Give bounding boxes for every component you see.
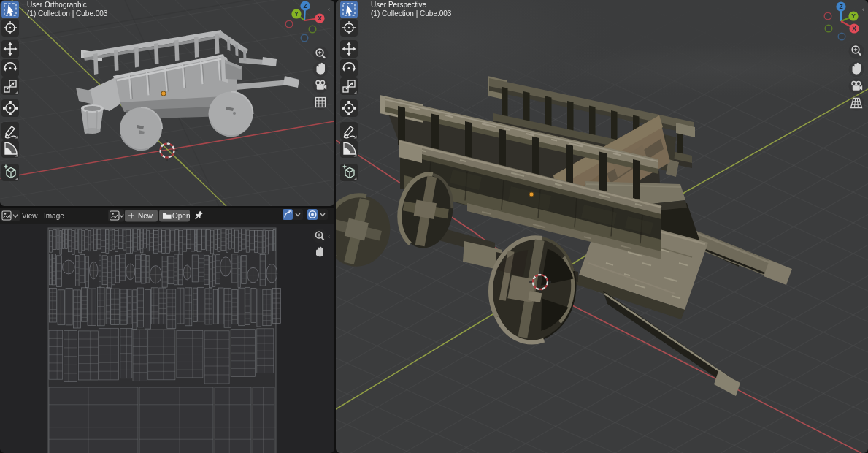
svg-text:User Orthographic: User Orthographic <box>27 1 87 9</box>
svg-text:Y: Y <box>851 12 856 20</box>
svg-text:X: X <box>852 25 856 32</box>
svg-text:‹: ‹ <box>328 233 330 240</box>
svg-text:Open: Open <box>172 212 190 220</box>
svg-text:Z: Z <box>303 2 307 9</box>
svg-text:View: View <box>22 212 38 220</box>
svg-text:X: X <box>318 15 322 22</box>
svg-text:New: New <box>138 212 153 220</box>
svg-text:Z: Z <box>839 3 842 10</box>
svg-text:(1) Collection | Cube.003: (1) Collection | Cube.003 <box>27 9 108 18</box>
svg-text:Image: Image <box>44 212 64 220</box>
svg-text:Y: Y <box>294 10 299 18</box>
svg-text:‹: ‹ <box>862 6 864 13</box>
svg-text:(1) Collection | Cube.003: (1) Collection | Cube.003 <box>371 9 452 18</box>
svg-text:User Perspective: User Perspective <box>371 1 427 9</box>
svg-text:‹: ‹ <box>328 6 330 13</box>
